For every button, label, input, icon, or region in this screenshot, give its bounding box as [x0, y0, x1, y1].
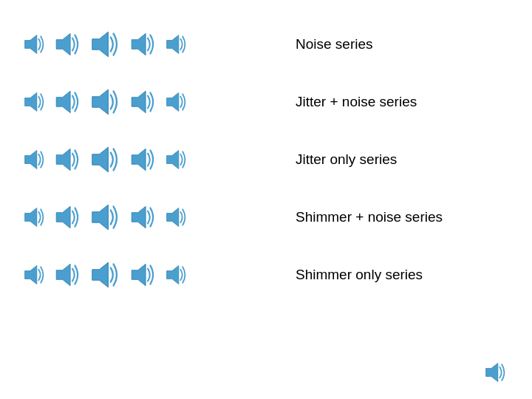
speaker-icon [22, 146, 49, 173]
icons-shimmer-only-series [22, 257, 296, 293]
speaker-icon [89, 142, 124, 177]
speaker-icon [129, 29, 160, 60]
speaker-icon [53, 259, 84, 290]
speaker-icon [53, 86, 84, 117]
speaker-icon [89, 27, 124, 62]
row-shimmer-noise-series: Shimmer + noise series [22, 195, 510, 239]
speaker-icon [89, 84, 124, 120]
label-shimmer-noise-series: Shimmer + noise series [296, 209, 443, 225]
speaker-icon [164, 204, 191, 231]
icons-jitter-only-series [22, 142, 296, 177]
row-jitter-noise-series: Jitter + noise series [22, 80, 510, 124]
speaker-icon [129, 202, 160, 233]
speaker-icon [129, 144, 160, 175]
speaker-icon [164, 146, 191, 173]
speaker-icon [53, 29, 84, 60]
row-noise-series: Noise series [22, 22, 510, 66]
bottom-right-speaker-icon [483, 359, 510, 386]
speaker-icon [164, 89, 191, 115]
speaker-icon [53, 144, 84, 175]
speaker-icon [22, 262, 49, 288]
speaker-icon [22, 204, 49, 231]
row-jitter-only-series: Jitter only series [22, 137, 510, 182]
icons-shimmer-noise-series [22, 200, 296, 235]
speaker-icon [89, 257, 124, 293]
label-shimmer-only-series: Shimmer only series [296, 267, 423, 283]
speaker-icon [164, 262, 191, 288]
speaker-icon [53, 202, 84, 233]
icons-noise-series [22, 27, 296, 62]
speaker-icon [89, 200, 124, 235]
label-jitter-only-series: Jitter only series [296, 151, 397, 168]
speaker-icon [164, 31, 191, 58]
speaker-icon [22, 31, 49, 58]
row-shimmer-only-series: Shimmer only series [22, 253, 510, 297]
label-jitter-noise-series: Jitter + noise series [296, 94, 417, 110]
speaker-icon [129, 86, 160, 117]
speaker-icon [129, 259, 160, 290]
icons-jitter-noise-series [22, 84, 296, 120]
speaker-icon [22, 89, 49, 115]
label-noise-series: Noise series [296, 36, 373, 52]
main-content: Noise series Jitter + noise series Jitte… [22, 22, 510, 310]
